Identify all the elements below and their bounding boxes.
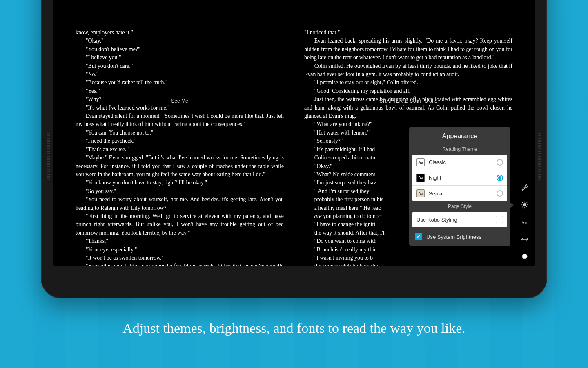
- chapter-location: CHAPTER 1: Colin - 3 of 8: [294, 98, 523, 104]
- margins-icon[interactable]: [520, 235, 529, 244]
- svg-text:Aa: Aa: [521, 220, 527, 225]
- appearance-panel: Appearance Reading Theme Aa Classic Aa N…: [409, 127, 510, 246]
- svg-line-8: [526, 202, 527, 203]
- kobo-styling-row[interactable]: Use Kobo Styling: [412, 212, 507, 227]
- left-page[interactable]: See Me know, employers hate it.""Okay.""…: [65, 12, 294, 266]
- night-swatch-icon: Aa: [416, 174, 425, 182]
- screen: See Me know, employers hate it.""Okay.""…: [53, 0, 535, 266]
- svg-line-7: [522, 206, 523, 207]
- svg-line-5: [522, 202, 523, 203]
- radio-classic[interactable]: [497, 159, 503, 166]
- svg-point-0: [523, 204, 526, 206]
- theme-options: Aa Classic Aa Night Aa Sepia: [412, 155, 507, 201]
- theme-sepia[interactable]: Aa Sepia: [412, 186, 507, 201]
- speaker-right: [538, 131, 541, 180]
- theme-sepia-label: Sepia: [429, 191, 497, 197]
- appearance-title: Appearance: [409, 127, 510, 144]
- svg-point-11: [522, 254, 527, 259]
- system-brightness-label: Use System Brightness: [426, 234, 481, 240]
- popover-caret: [510, 202, 514, 209]
- font-icon[interactable]: Aa: [520, 218, 529, 227]
- speaker-left: [47, 131, 50, 180]
- page-style-options: Use Kobo Styling: [412, 212, 507, 227]
- reading-toolstrip: Aa: [520, 183, 529, 261]
- kobo-styling-checkbox[interactable]: [496, 216, 503, 223]
- kobo-styling-label: Use Kobo Styling: [416, 217, 496, 223]
- radio-sepia[interactable]: [497, 190, 503, 197]
- wrench-icon[interactable]: [520, 183, 529, 192]
- system-brightness-row[interactable]: Use System Brightness: [409, 231, 510, 246]
- book-title: See Me: [65, 98, 294, 104]
- promo-tagline: Adjust themes, brightness, and fonts to …: [0, 321, 588, 336]
- sepia-swatch-icon: Aa: [416, 189, 425, 197]
- theme-circle-icon[interactable]: [520, 252, 529, 261]
- left-page-text: know, employers hate it.""Okay.""You don…: [76, 29, 284, 266]
- theme-night[interactable]: Aa Night: [412, 170, 507, 186]
- classic-swatch-icon: Aa: [416, 158, 425, 166]
- brightness-icon[interactable]: [520, 200, 529, 209]
- svg-line-6: [526, 206, 527, 207]
- theme-classic-label: Classic: [429, 159, 497, 165]
- theme-classic[interactable]: Aa Classic: [412, 155, 507, 170]
- theme-night-label: Night: [429, 175, 497, 181]
- page-style-label: Page Style: [409, 201, 510, 212]
- radio-night[interactable]: [497, 175, 503, 181]
- system-brightness-checkbox[interactable]: [415, 233, 422, 240]
- reading-theme-label: Reading Theme: [409, 144, 510, 155]
- tablet-frame: See Me know, employers hate it.""Okay.""…: [41, 0, 547, 298]
